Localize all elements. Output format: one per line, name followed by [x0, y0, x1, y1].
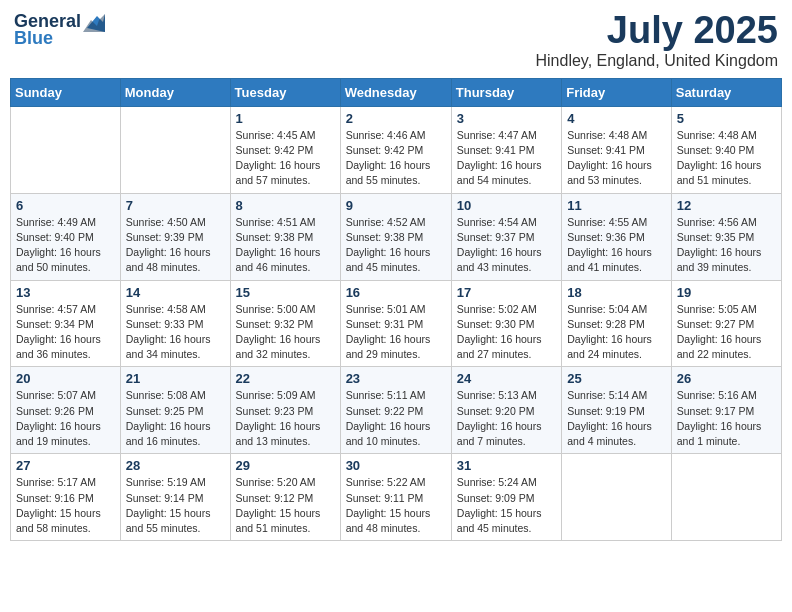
day-number: 1	[236, 111, 335, 126]
table-row: 26Sunrise: 5:16 AM Sunset: 9:17 PM Dayli…	[671, 367, 781, 454]
table-row: 23Sunrise: 5:11 AM Sunset: 9:22 PM Dayli…	[340, 367, 451, 454]
day-info: Sunrise: 5:24 AM Sunset: 9:09 PM Dayligh…	[457, 475, 556, 536]
title-block: July 2025 Hindley, England, United Kingd…	[535, 10, 778, 70]
day-info: Sunrise: 4:48 AM Sunset: 9:41 PM Dayligh…	[567, 128, 666, 189]
day-number: 27	[16, 458, 115, 473]
day-number: 17	[457, 285, 556, 300]
location: Hindley, England, United Kingdom	[535, 52, 778, 70]
day-number: 10	[457, 198, 556, 213]
day-info: Sunrise: 4:55 AM Sunset: 9:36 PM Dayligh…	[567, 215, 666, 276]
day-info: Sunrise: 5:13 AM Sunset: 9:20 PM Dayligh…	[457, 388, 556, 449]
day-info: Sunrise: 4:51 AM Sunset: 9:38 PM Dayligh…	[236, 215, 335, 276]
table-row	[120, 106, 230, 193]
day-number: 21	[126, 371, 225, 386]
day-info: Sunrise: 4:56 AM Sunset: 9:35 PM Dayligh…	[677, 215, 776, 276]
table-row: 12Sunrise: 4:56 AM Sunset: 9:35 PM Dayli…	[671, 193, 781, 280]
day-number: 28	[126, 458, 225, 473]
day-number: 8	[236, 198, 335, 213]
day-info: Sunrise: 5:20 AM Sunset: 9:12 PM Dayligh…	[236, 475, 335, 536]
logo: General Blue	[14, 10, 105, 49]
col-saturday: Saturday	[671, 78, 781, 106]
logo-blue: Blue	[14, 28, 53, 49]
day-number: 23	[346, 371, 446, 386]
day-info: Sunrise: 5:00 AM Sunset: 9:32 PM Dayligh…	[236, 302, 335, 363]
col-tuesday: Tuesday	[230, 78, 340, 106]
day-info: Sunrise: 4:52 AM Sunset: 9:38 PM Dayligh…	[346, 215, 446, 276]
day-info: Sunrise: 5:02 AM Sunset: 9:30 PM Dayligh…	[457, 302, 556, 363]
calendar-week-row: 13Sunrise: 4:57 AM Sunset: 9:34 PM Dayli…	[11, 280, 782, 367]
day-number: 29	[236, 458, 335, 473]
day-info: Sunrise: 4:48 AM Sunset: 9:40 PM Dayligh…	[677, 128, 776, 189]
calendar: Sunday Monday Tuesday Wednesday Thursday…	[10, 78, 782, 541]
calendar-week-row: 6Sunrise: 4:49 AM Sunset: 9:40 PM Daylig…	[11, 193, 782, 280]
day-number: 25	[567, 371, 666, 386]
table-row: 8Sunrise: 4:51 AM Sunset: 9:38 PM Daylig…	[230, 193, 340, 280]
day-info: Sunrise: 4:57 AM Sunset: 9:34 PM Dayligh…	[16, 302, 115, 363]
day-info: Sunrise: 5:16 AM Sunset: 9:17 PM Dayligh…	[677, 388, 776, 449]
table-row: 9Sunrise: 4:52 AM Sunset: 9:38 PM Daylig…	[340, 193, 451, 280]
calendar-header-row: Sunday Monday Tuesday Wednesday Thursday…	[11, 78, 782, 106]
day-number: 9	[346, 198, 446, 213]
day-info: Sunrise: 5:07 AM Sunset: 9:26 PM Dayligh…	[16, 388, 115, 449]
col-wednesday: Wednesday	[340, 78, 451, 106]
day-number: 15	[236, 285, 335, 300]
day-number: 19	[677, 285, 776, 300]
table-row: 15Sunrise: 5:00 AM Sunset: 9:32 PM Dayli…	[230, 280, 340, 367]
day-number: 30	[346, 458, 446, 473]
day-number: 13	[16, 285, 115, 300]
table-row: 21Sunrise: 5:08 AM Sunset: 9:25 PM Dayli…	[120, 367, 230, 454]
day-number: 3	[457, 111, 556, 126]
day-info: Sunrise: 5:01 AM Sunset: 9:31 PM Dayligh…	[346, 302, 446, 363]
svg-marker-1	[83, 14, 105, 32]
day-number: 20	[16, 371, 115, 386]
table-row: 31Sunrise: 5:24 AM Sunset: 9:09 PM Dayli…	[451, 454, 561, 541]
table-row	[11, 106, 121, 193]
table-row: 16Sunrise: 5:01 AM Sunset: 9:31 PM Dayli…	[340, 280, 451, 367]
day-number: 22	[236, 371, 335, 386]
day-info: Sunrise: 4:58 AM Sunset: 9:33 PM Dayligh…	[126, 302, 225, 363]
day-info: Sunrise: 5:22 AM Sunset: 9:11 PM Dayligh…	[346, 475, 446, 536]
day-info: Sunrise: 5:14 AM Sunset: 9:19 PM Dayligh…	[567, 388, 666, 449]
day-info: Sunrise: 5:05 AM Sunset: 9:27 PM Dayligh…	[677, 302, 776, 363]
day-info: Sunrise: 5:04 AM Sunset: 9:28 PM Dayligh…	[567, 302, 666, 363]
table-row: 27Sunrise: 5:17 AM Sunset: 9:16 PM Dayli…	[11, 454, 121, 541]
calendar-week-row: 1Sunrise: 4:45 AM Sunset: 9:42 PM Daylig…	[11, 106, 782, 193]
table-row: 22Sunrise: 5:09 AM Sunset: 9:23 PM Dayli…	[230, 367, 340, 454]
calendar-week-row: 20Sunrise: 5:07 AM Sunset: 9:26 PM Dayli…	[11, 367, 782, 454]
table-row: 29Sunrise: 5:20 AM Sunset: 9:12 PM Dayli…	[230, 454, 340, 541]
col-monday: Monday	[120, 78, 230, 106]
day-number: 2	[346, 111, 446, 126]
day-info: Sunrise: 4:54 AM Sunset: 9:37 PM Dayligh…	[457, 215, 556, 276]
day-info: Sunrise: 4:45 AM Sunset: 9:42 PM Dayligh…	[236, 128, 335, 189]
day-number: 14	[126, 285, 225, 300]
day-number: 16	[346, 285, 446, 300]
day-number: 18	[567, 285, 666, 300]
table-row: 19Sunrise: 5:05 AM Sunset: 9:27 PM Dayli…	[671, 280, 781, 367]
table-row: 7Sunrise: 4:50 AM Sunset: 9:39 PM Daylig…	[120, 193, 230, 280]
table-row: 18Sunrise: 5:04 AM Sunset: 9:28 PM Dayli…	[562, 280, 672, 367]
day-number: 7	[126, 198, 225, 213]
col-friday: Friday	[562, 78, 672, 106]
table-row: 30Sunrise: 5:22 AM Sunset: 9:11 PM Dayli…	[340, 454, 451, 541]
table-row: 2Sunrise: 4:46 AM Sunset: 9:42 PM Daylig…	[340, 106, 451, 193]
day-number: 5	[677, 111, 776, 126]
table-row	[562, 454, 672, 541]
day-info: Sunrise: 5:19 AM Sunset: 9:14 PM Dayligh…	[126, 475, 225, 536]
day-info: Sunrise: 4:50 AM Sunset: 9:39 PM Dayligh…	[126, 215, 225, 276]
table-row	[671, 454, 781, 541]
table-row: 20Sunrise: 5:07 AM Sunset: 9:26 PM Dayli…	[11, 367, 121, 454]
table-row: 25Sunrise: 5:14 AM Sunset: 9:19 PM Dayli…	[562, 367, 672, 454]
col-thursday: Thursday	[451, 78, 561, 106]
table-row: 5Sunrise: 4:48 AM Sunset: 9:40 PM Daylig…	[671, 106, 781, 193]
logo-icon	[83, 10, 105, 32]
table-row: 4Sunrise: 4:48 AM Sunset: 9:41 PM Daylig…	[562, 106, 672, 193]
table-row: 14Sunrise: 4:58 AM Sunset: 9:33 PM Dayli…	[120, 280, 230, 367]
day-number: 31	[457, 458, 556, 473]
month-title: July 2025	[535, 10, 778, 52]
day-info: Sunrise: 4:46 AM Sunset: 9:42 PM Dayligh…	[346, 128, 446, 189]
col-sunday: Sunday	[11, 78, 121, 106]
day-info: Sunrise: 4:47 AM Sunset: 9:41 PM Dayligh…	[457, 128, 556, 189]
calendar-week-row: 27Sunrise: 5:17 AM Sunset: 9:16 PM Dayli…	[11, 454, 782, 541]
table-row: 11Sunrise: 4:55 AM Sunset: 9:36 PM Dayli…	[562, 193, 672, 280]
day-number: 12	[677, 198, 776, 213]
